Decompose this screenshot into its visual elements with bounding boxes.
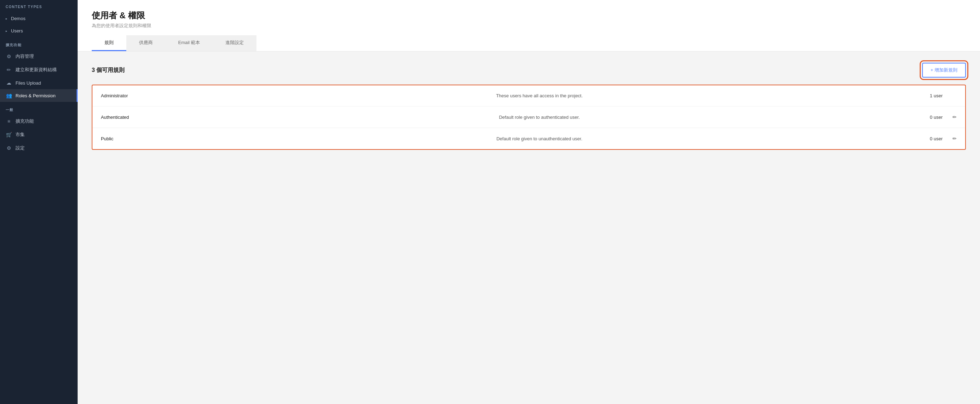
gear-icon: ⚙ [6, 54, 12, 59]
sidebar-item-demos[interactable]: ▸ Demos [0, 12, 78, 25]
sidebar-section-content: CONTENT TYPES [0, 0, 78, 12]
edit-icon[interactable]: ✏ [953, 114, 957, 120]
sidebar-item-plugin[interactable]: ≡ 擴充功能 [0, 114, 78, 128]
content-toolbar: 3 個可用規則 + 增加新規則 [92, 63, 966, 78]
tab-providers[interactable]: 供應商 [126, 35, 165, 51]
tab-advanced[interactable]: 進階設定 [213, 35, 256, 51]
sidebar-item-label: 擴充功能 [16, 118, 34, 124]
sidebar-item-label: 建立和更新資料結構 [16, 67, 57, 73]
list-icon: ≡ [6, 119, 12, 124]
content-area: 3 個可用規則 + 增加新規則 Administrator These user… [78, 51, 980, 404]
chevron-icon: ▸ [6, 29, 7, 33]
sidebar-item-content-mgmt[interactable]: ⚙ 內容管理 [0, 50, 78, 63]
sidebar-section-plugin: 擴充功能 [0, 37, 78, 50]
cloud-icon: ☁ [6, 80, 12, 86]
sidebar-item-market[interactable]: 🛒 市集 [0, 128, 78, 141]
page-subtitle: 為您的使用者設定規則和權限 [92, 22, 966, 29]
table-row[interactable]: Public Default role given to unauthentic… [92, 128, 965, 149]
sidebar-item-label: 內容管理 [16, 53, 34, 60]
sidebar-item-label: 設定 [16, 145, 25, 151]
role-actions: ✏ [943, 114, 957, 120]
tabs-bar: 規則 供應商 Email 範本 進階設定 [92, 35, 966, 51]
role-name: Administrator [101, 93, 178, 98]
sidebar-item-label: Roles & Permission [16, 93, 56, 98]
chevron-icon: ▸ [6, 17, 7, 21]
main-content: 使用者 & 權限 為您的使用者設定規則和權限 規則 供應商 Email 範本 進… [78, 0, 980, 404]
table-row[interactable]: Authenticated Default role given to auth… [92, 106, 965, 128]
role-description: These users have all access in the proje… [178, 93, 900, 98]
sidebar-item-label: 市集 [16, 131, 25, 138]
role-name: Public [101, 136, 178, 141]
table-row[interactable]: Administrator These users have all acces… [92, 85, 965, 106]
users-icon: 👥 [6, 93, 12, 98]
rules-count: 3 個可用規則 [92, 67, 124, 74]
roles-table: Administrator These users have all acces… [92, 85, 966, 150]
market-icon: 🛒 [6, 132, 12, 138]
sidebar-item-files-upload[interactable]: ☁ Files Upload [0, 76, 78, 89]
sidebar-section-general: 一般 [0, 102, 78, 114]
sidebar-item-users[interactable]: ▸ Users [0, 25, 78, 37]
add-rule-button[interactable]: + 增加新規則 [922, 63, 966, 78]
sidebar-item-label: Users [11, 28, 23, 33]
sidebar-item-roles-permission[interactable]: 👥 Roles & Permission [0, 89, 78, 102]
role-users: 0 user [900, 114, 943, 120]
tab-rules[interactable]: 規則 [92, 35, 126, 51]
role-users: 1 user [900, 93, 943, 98]
role-description: Default role given to authenticated user… [178, 114, 900, 120]
role-name: Authenticated [101, 114, 178, 120]
page-header: 使用者 & 權限 為您的使用者設定規則和權限 規則 供應商 Email 範本 進… [78, 0, 980, 51]
pencil-icon: ✏ [6, 67, 12, 73]
sidebar-item-build-update[interactable]: ✏ 建立和更新資料結構 [0, 63, 78, 76]
sidebar-item-label: Files Upload [16, 80, 41, 86]
role-users: 0 user [900, 136, 943, 141]
settings-icon: ⚙ [6, 145, 12, 151]
edit-icon[interactable]: ✏ [953, 136, 957, 141]
sidebar: CONTENT TYPES ▸ Demos ▸ Users 擴充功能 ⚙ 內容管… [0, 0, 78, 404]
sidebar-item-settings[interactable]: ⚙ 設定 [0, 141, 78, 155]
sidebar-item-label: Demos [11, 16, 25, 21]
page-title: 使用者 & 權限 [92, 10, 966, 21]
role-actions: ✏ [943, 136, 957, 141]
role-description: Default role given to unauthenticated us… [178, 136, 900, 141]
tab-email-template[interactable]: Email 範本 [165, 35, 213, 51]
